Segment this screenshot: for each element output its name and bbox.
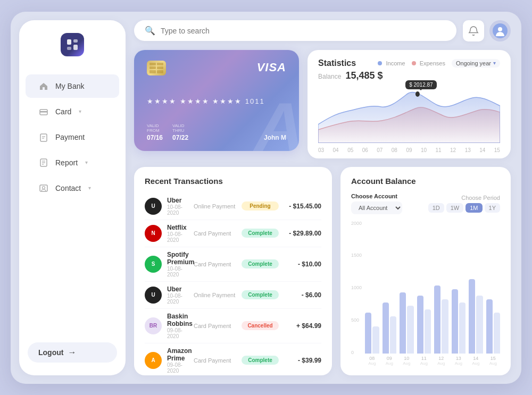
card-brand: VISA: [257, 61, 286, 74]
search-input[interactable]: [161, 27, 446, 35]
bar-expense: [390, 316, 396, 354]
stats-legend: Income Expenses Ongoing year ▾: [378, 59, 500, 68]
bar-income: [383, 302, 389, 353]
tx-amount: + $64.99: [284, 322, 321, 330]
tx-name: Amazon Prime: [167, 347, 188, 362]
credit-card: VISA ★★★★ ★★★★ ★★★★ 1011 VALIDFROM 07/16…: [134, 50, 299, 151]
tx-info: Uber 10-08-2020: [167, 285, 188, 305]
tx-type: Card Payment: [194, 230, 236, 237]
bar-chart-labels: 08Aug09Aug10Aug11Aug12Aug13Aug14Aug15Aug: [365, 356, 500, 366]
expenses-dot: [412, 61, 416, 65]
bar-expense: [425, 309, 431, 354]
nav-label-contact: Contact: [55, 184, 81, 192]
bottom-row: Recent Transactions U Uber 10-08-2020 On…: [134, 167, 511, 375]
tx-name: Netflix: [167, 224, 188, 231]
svg-rect-1: [73, 39, 78, 43]
card-holder-name: John M: [264, 134, 286, 141]
tx-icon: U: [145, 198, 162, 215]
period-btn[interactable]: 1Y: [485, 203, 500, 213]
bar-income: [486, 299, 493, 354]
bar-group: [486, 279, 501, 354]
bar-income: [452, 289, 458, 354]
tx-icon: U: [145, 287, 162, 304]
bar-group: [469, 279, 483, 354]
period-btn[interactable]: 1D: [428, 203, 444, 213]
tx-icon: N: [145, 225, 162, 242]
svg-rect-2: [73, 45, 78, 50]
sidebar-item-card[interactable]: Card ▾: [26, 100, 119, 123]
tx-amount: - $29.89.00: [284, 230, 321, 237]
stats-title: Statistics: [318, 58, 356, 68]
choose-account-label: Choose Account: [351, 193, 402, 199]
tx-status: Cancelled: [242, 321, 279, 330]
balance-chart: 2000 1500 1000 500 0 08Aug09Aug10Aug11Au…: [351, 221, 500, 366]
card-chip: [147, 61, 166, 75]
sidebar-item-report[interactable]: Report ▾: [26, 151, 119, 174]
search-bar[interactable]: 🔍: [134, 20, 456, 41]
bar-group: [417, 279, 431, 354]
contact-arrow-icon: ▾: [88, 185, 91, 191]
tx-amount: - $10.00: [284, 260, 321, 268]
account-select[interactable]: All Account: [351, 201, 402, 214]
list-item: 09Aug: [383, 356, 397, 366]
bar-income: [400, 292, 406, 354]
chart-tooltip: $ 2012.87: [405, 80, 437, 89]
bar-group: [383, 279, 397, 354]
stats-header: Statistics Income Expenses Ongoing year: [318, 58, 500, 68]
period-selector[interactable]: Ongoing year ▾: [452, 59, 500, 68]
stats-chart: $ 2012.87 03 04 05 06 07 08 09 10 11 12 …: [318, 85, 500, 153]
y-axis-labels: 2000 1500 1000 500 0: [351, 221, 365, 366]
nav-label-card: Card: [55, 107, 71, 116]
logout-button[interactable]: Logout →: [28, 342, 117, 363]
bar-expense: [476, 296, 483, 353]
home-icon: [38, 81, 49, 91]
list-item: 12Aug: [434, 356, 448, 366]
statistics-widget: Statistics Income Expenses Ongoing year: [307, 50, 511, 158]
table-row: N Netflix 10-08-2020 Card Payment Comple…: [145, 220, 321, 247]
transactions-title: Recent Transactions: [145, 177, 321, 186]
period-btn[interactable]: 1W: [446, 203, 464, 213]
table-row: S Spotify Premium 10-08-2020 Card Paymen…: [145, 247, 321, 282]
tx-status: Pending: [242, 201, 279, 211]
header: 🔍: [134, 20, 511, 41]
tx-status: Complete: [242, 259, 279, 268]
svg-rect-3: [67, 47, 71, 50]
tx-type: Card Payment: [194, 357, 236, 364]
logout-label: Logout: [38, 348, 63, 357]
valid-from-label: VALIDFROM: [147, 123, 163, 133]
valid-to-value: 07/22: [172, 134, 188, 141]
card-bottom: VALIDFROM 07/16 VALIDTHRU 07/22 John M: [147, 123, 286, 141]
balance-label: Balance: [318, 73, 341, 80]
bar-expense: [442, 299, 448, 354]
tx-info: Spotify Premium 10-08-2020: [167, 251, 188, 278]
stats-balance: Balance 15,485 $: [318, 70, 500, 81]
tx-name: Spotify Premium: [167, 251, 188, 266]
logo-area: [19, 33, 126, 56]
bar-income: [365, 313, 371, 353]
transactions-list: U Uber 10-08-2020 Online Payment Pending…: [145, 193, 321, 375]
notification-button[interactable]: [463, 20, 484, 41]
list-item: 10Aug: [400, 356, 414, 366]
avatar-button[interactable]: [489, 20, 511, 41]
period-label: Ongoing year: [456, 60, 491, 66]
card-dates: VALIDFROM 07/16 VALIDTHRU 07/22: [147, 123, 188, 141]
tx-info: Baskin Robbins 09-08-2020: [167, 313, 188, 339]
sidebar-item-my-bank[interactable]: My Bank: [26, 74, 119, 98]
account-balance-title: Account Balance: [351, 177, 500, 186]
sidebar-item-contact[interactable]: Contact ▾: [26, 177, 119, 200]
logout-icon: →: [68, 348, 76, 357]
bar-chart-area: [365, 221, 500, 354]
period-btn[interactable]: 1M: [466, 203, 482, 213]
transactions-widget: Recent Transactions U Uber 10-08-2020 On…: [134, 167, 332, 375]
nav-label-report: Report: [55, 158, 78, 167]
account-balance-widget: Account Balance Choose Account All Accou…: [340, 167, 511, 375]
choose-period-label: Choose Period: [428, 195, 500, 201]
bar-group: [434, 279, 448, 354]
search-icon: 🔍: [145, 26, 155, 36]
sidebar-item-payment[interactable]: Payment: [26, 125, 119, 149]
app-container: My Bank Card ▾ Payment: [11, 12, 521, 384]
tx-info: Amazon Prime 09-08-2020: [167, 347, 188, 374]
tx-name: Baskin Robbins: [167, 313, 188, 327]
chart-x-labels: 03 04 05 06 07 08 09 10 11 12 13 14 15: [318, 147, 500, 153]
tx-date: 10-08-2020: [167, 293, 188, 305]
